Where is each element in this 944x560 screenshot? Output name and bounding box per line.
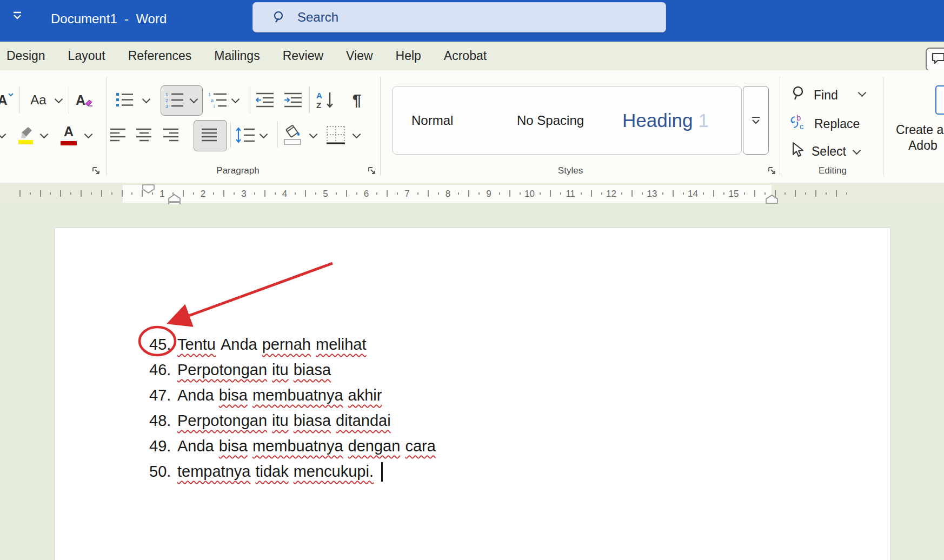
list-line-48: 48.Perpotonganitubiasaditandai bbox=[149, 408, 441, 434]
styles-gallery: NormalNo SpacingHeading1 bbox=[392, 86, 742, 155]
style-normal[interactable]: Normal bbox=[411, 86, 453, 154]
font-dialog-launcher-icon[interactable] bbox=[92, 166, 101, 175]
paragraph-group-label: Paragraph bbox=[216, 165, 259, 176]
increase-indent-button[interactable] bbox=[283, 88, 303, 112]
align-left-button[interactable] bbox=[109, 123, 128, 147]
styles-group-label: Styles bbox=[558, 165, 583, 176]
bullets-button[interactable] bbox=[114, 88, 136, 112]
borders-dropdown[interactable] bbox=[350, 123, 362, 147]
align-center-button[interactable] bbox=[135, 123, 154, 147]
word: membuatnya bbox=[252, 437, 343, 455]
horizontal-ruler[interactable]: 123456789101112131415 bbox=[0, 183, 944, 204]
styles-gallery-more-button[interactable] bbox=[743, 86, 769, 155]
create-pdf-icon[interactable] bbox=[935, 85, 944, 115]
select-cursor-icon bbox=[791, 142, 805, 161]
word: bisa bbox=[219, 437, 248, 455]
line-spacing-dropdown[interactable] bbox=[257, 123, 269, 147]
divider bbox=[230, 122, 231, 148]
borders-button[interactable] bbox=[324, 122, 347, 148]
svg-text:A: A bbox=[316, 91, 322, 100]
justify-button[interactable] bbox=[200, 123, 220, 147]
multilevel-list-dropdown[interactable] bbox=[229, 88, 241, 112]
line-spacing-button[interactable] bbox=[235, 122, 256, 148]
find-button[interactable]: Find bbox=[791, 85, 838, 105]
ruler-tick bbox=[213, 192, 214, 195]
tab-help[interactable]: Help bbox=[396, 49, 421, 63]
title-bar: Document1 - Word Search bbox=[0, 0, 944, 42]
change-case-button[interactable]: Aa bbox=[26, 88, 51, 112]
list-line-46: 46.Perpotonganitubiasa bbox=[149, 357, 441, 383]
ruler-tick bbox=[683, 192, 684, 195]
ruler-tick bbox=[19, 190, 21, 197]
multilevel-list-button[interactable]: 1 a i bbox=[208, 88, 228, 112]
svg-text:c: c bbox=[800, 122, 804, 131]
ruler-number: 8 bbox=[446, 189, 450, 199]
svg-text:1: 1 bbox=[208, 92, 211, 97]
document-page[interactable]: 45.TentuAndapernahmelihat46.Perpotongani… bbox=[54, 228, 890, 560]
replace-button[interactable]: b c Replace bbox=[789, 114, 860, 134]
numbering-button[interactable]: 1 2 3 bbox=[163, 88, 186, 112]
svg-text:3: 3 bbox=[165, 104, 168, 109]
text-highlight-button[interactable] bbox=[16, 122, 36, 148]
list-number: 46. bbox=[149, 361, 177, 379]
grow-font-button[interactable]: A bbox=[0, 88, 15, 112]
align-right-button[interactable] bbox=[162, 123, 181, 147]
font-color-dropdown[interactable] bbox=[82, 123, 94, 147]
word: tempatnya bbox=[177, 463, 250, 481]
tab-design[interactable]: Design bbox=[6, 49, 45, 63]
word: itu bbox=[272, 412, 289, 430]
find-dropdown[interactable] bbox=[855, 85, 868, 102]
list-line-50: 50.tempatnyatidakmencukupi. bbox=[149, 459, 441, 484]
change-case-dropdown[interactable] bbox=[53, 88, 64, 112]
ruler-tick bbox=[183, 190, 184, 197]
replace-icon: b c bbox=[789, 114, 808, 134]
ruler-tick bbox=[428, 190, 429, 197]
ribbon-collapse-chevron-icon[interactable] bbox=[12, 11, 23, 21]
first-line-indent-marker[interactable] bbox=[142, 184, 155, 196]
ruler-number: 2 bbox=[201, 189, 205, 199]
shading-button[interactable] bbox=[282, 121, 305, 149]
shading-dropdown[interactable] bbox=[307, 123, 319, 147]
styles-dialog-launcher-icon[interactable] bbox=[768, 166, 776, 175]
clear-formatting-button[interactable]: A bbox=[72, 88, 96, 112]
ruler-tick bbox=[601, 192, 602, 195]
bullets-dropdown[interactable] bbox=[140, 88, 152, 112]
ruler-number: 6 bbox=[364, 189, 369, 199]
style-heading[interactable]: Heading1 bbox=[622, 86, 709, 154]
document-area: 45.TentuAndapernahmelihat46.Perpotongani… bbox=[0, 204, 944, 560]
tab-view[interactable]: View bbox=[346, 49, 373, 63]
select-button[interactable]: Select bbox=[791, 142, 860, 161]
ruler-tick bbox=[193, 192, 194, 195]
paragraph-dialog-launcher-icon[interactable] bbox=[368, 166, 376, 175]
ruler-tick bbox=[723, 192, 724, 195]
search-input[interactable]: Search bbox=[252, 2, 666, 32]
ruler-tick bbox=[111, 192, 112, 195]
text-cursor bbox=[381, 462, 383, 482]
show-formatting-marks-button[interactable]: ¶ bbox=[347, 88, 367, 112]
sort-button[interactable]: A Z bbox=[315, 87, 336, 113]
tab-layout[interactable]: Layout bbox=[68, 49, 105, 63]
style-no-spacing[interactable]: No Spacing bbox=[517, 86, 584, 154]
font-color-button[interactable]: A bbox=[57, 122, 80, 148]
cut-dropdown[interactable] bbox=[0, 123, 5, 147]
ruler-tick bbox=[40, 190, 41, 197]
svg-text:a: a bbox=[211, 98, 214, 103]
divider bbox=[107, 77, 107, 176]
ruler-number: 11 bbox=[566, 189, 575, 199]
svg-text:i: i bbox=[214, 104, 215, 109]
numbering-dropdown[interactable] bbox=[187, 88, 200, 112]
ruler-tick bbox=[703, 192, 704, 195]
tab-references[interactable]: References bbox=[128, 49, 192, 63]
word: mencukupi. bbox=[294, 463, 374, 481]
ruler-tick bbox=[438, 192, 439, 195]
ruler-tick bbox=[581, 192, 582, 195]
decrease-indent-button[interactable] bbox=[255, 88, 275, 112]
tab-review[interactable]: Review bbox=[283, 49, 323, 63]
text-highlight-dropdown[interactable] bbox=[38, 123, 50, 147]
tab-acrobat[interactable]: Acrobat bbox=[444, 49, 487, 63]
list-number: 45. bbox=[149, 336, 177, 354]
comments-button[interactable] bbox=[926, 48, 944, 71]
ruler-tick bbox=[662, 192, 663, 195]
tab-mailings[interactable]: Mailings bbox=[214, 49, 260, 63]
svg-text:b: b bbox=[796, 114, 801, 122]
